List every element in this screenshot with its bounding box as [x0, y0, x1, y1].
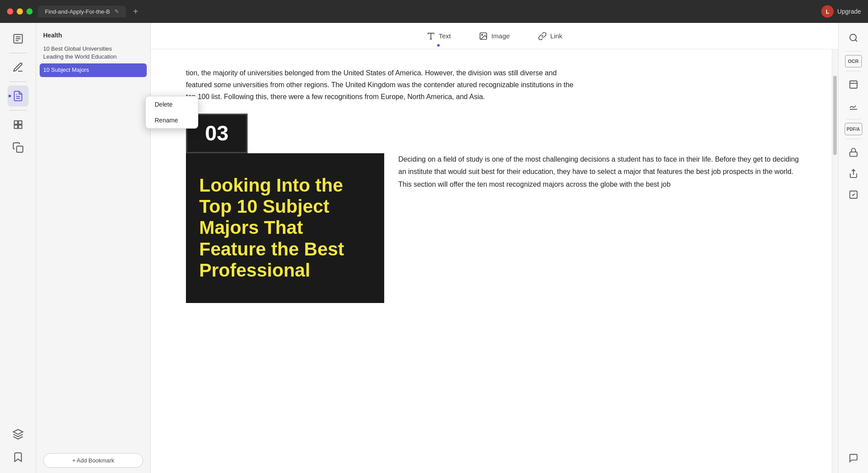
- bookmark-item-2[interactable]: 10 Subject Majors: [40, 63, 147, 77]
- svg-rect-19: [849, 81, 857, 89]
- user-avatar: L: [821, 5, 834, 18]
- titlebar: Find-and-Apply-For-the-B ✎ + L Upgrade: [0, 0, 868, 23]
- svg-point-16: [482, 34, 483, 35]
- feature-image: Looking Into the Top 10 Subject Majors T…: [186, 153, 384, 303]
- traffic-lights: [7, 8, 33, 15]
- svg-rect-7: [14, 121, 18, 124]
- main-layout: Health 10 Best Global UniversitiesLeadin…: [0, 23, 868, 473]
- bookmark-sidebar-footer: + Add Bookmark: [36, 448, 150, 473]
- doc-content[interactable]: tion, the majority of universities belon…: [151, 49, 832, 473]
- paragraph-1: tion, the majority of universities belon…: [186, 67, 582, 103]
- doc-area: Text Image Link tion, the majority of un…: [151, 23, 838, 473]
- right-sidebar-footer: [844, 448, 863, 468]
- svg-marker-12: [13, 429, 23, 434]
- right-sidebar: OCR PDF/A: [838, 23, 868, 473]
- annotate-nav-icon[interactable]: [7, 57, 29, 78]
- signature-right-icon[interactable]: [844, 96, 863, 115]
- left-icon-sidebar: [0, 23, 36, 473]
- section-number-text: 03: [205, 121, 228, 145]
- share-right-icon[interactable]: [844, 164, 863, 183]
- svg-rect-22: [849, 152, 857, 156]
- text-tool-button[interactable]: Text: [421, 29, 456, 43]
- pages-nav-icon[interactable]: [7, 114, 29, 135]
- upgrade-label: Upgrade: [837, 8, 861, 15]
- feature-image-block: Looking Into the Top 10 Subject Majors T…: [186, 153, 805, 303]
- tab-edit-icon[interactable]: ✎: [115, 8, 119, 15]
- add-bookmark-button[interactable]: + Add Bookmark: [43, 453, 143, 468]
- minimize-button[interactable]: [17, 8, 23, 15]
- sidebar-divider-1: [9, 53, 27, 53]
- image-tool-button[interactable]: Image: [474, 29, 515, 43]
- link-tool-button[interactable]: Link: [533, 29, 568, 43]
- bookmark-sidebar: Health 10 Best Global UniversitiesLeadin…: [36, 23, 151, 473]
- svg-rect-10: [19, 125, 22, 129]
- context-menu-delete[interactable]: Delete: [146, 96, 198, 112]
- upgrade-button[interactable]: L Upgrade: [821, 5, 861, 18]
- collapse-right-icon[interactable]: [844, 75, 863, 94]
- context-menu-rename[interactable]: Rename: [146, 112, 198, 128]
- section-number-container: 03: [186, 114, 805, 153]
- bookmarks-nav-icon[interactable]: [7, 28, 29, 49]
- ocr-right-icon[interactable]: OCR: [845, 55, 862, 67]
- svg-rect-9: [14, 125, 18, 129]
- chat-right-icon[interactable]: [844, 448, 863, 468]
- link-tool-label: Link: [550, 32, 563, 40]
- sidebar-divider-2: [9, 81, 27, 82]
- active-indicator: [8, 95, 11, 97]
- feature-heading-text: Looking Into the Top 10 Subject Majors T…: [199, 175, 371, 281]
- bookmark-category: Health: [36, 30, 150, 42]
- lock-right-icon[interactable]: [844, 143, 863, 162]
- right-divider-2: [846, 71, 861, 71]
- doc-toolbar: Text Image Link: [151, 23, 838, 49]
- layers-nav-icon[interactable]: [7, 424, 29, 445]
- svg-line-18: [855, 40, 857, 41]
- tab-title: Find-and-Apply-For-the-B: [45, 8, 111, 15]
- close-button[interactable]: [7, 8, 13, 15]
- maximize-button[interactable]: [26, 8, 33, 15]
- search-right-icon[interactable]: [844, 28, 863, 48]
- text-tool-label: Text: [439, 32, 451, 40]
- copies-nav-icon[interactable]: [7, 137, 29, 158]
- svg-rect-11: [16, 146, 22, 152]
- scrollbar-thumb[interactable]: [833, 76, 837, 155]
- bookmark-nav-icon[interactable]: [7, 447, 29, 468]
- right-divider-3: [846, 119, 861, 119]
- svg-rect-8: [19, 121, 22, 124]
- scrollbar-track[interactable]: [832, 49, 838, 473]
- right-divider-4: [846, 139, 861, 139]
- context-menu: Delete Rename: [145, 96, 198, 129]
- bookmark-item-1[interactable]: 10 Best Global UniversitiesLeading the W…: [36, 42, 150, 63]
- svg-point-17: [849, 34, 856, 41]
- image-tool-label: Image: [491, 32, 510, 40]
- active-toolbar-dot: [437, 44, 440, 47]
- pdfa-right-icon[interactable]: PDF/A: [845, 123, 862, 135]
- tab[interactable]: Find-and-Apply-For-the-B ✎: [38, 6, 126, 18]
- notes-nav-icon[interactable]: [7, 85, 29, 107]
- check-right-icon[interactable]: [844, 185, 863, 204]
- feature-description: Deciding on a field of study is one of t…: [398, 153, 805, 191]
- doc-wrapper: tion, the majority of universities belon…: [151, 49, 838, 473]
- right-divider-1: [846, 51, 861, 52]
- sidebar-divider-3: [9, 110, 27, 111]
- tab-add-button[interactable]: +: [133, 7, 138, 17]
